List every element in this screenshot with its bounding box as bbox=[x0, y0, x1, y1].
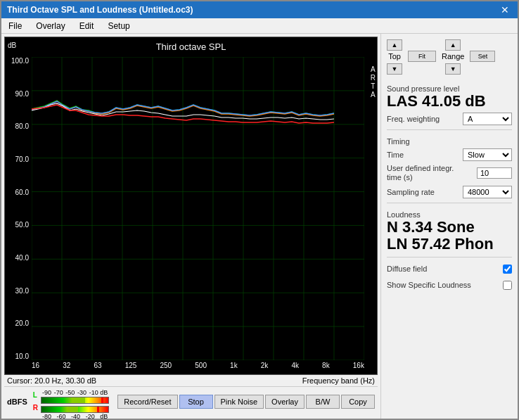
chart-container: Third octave SPL ARTA dB 100.0 90.0 80.0… bbox=[4, 37, 378, 375]
top-label: Top bbox=[388, 52, 401, 61]
loudness-n-value: N 3.34 Sone bbox=[387, 219, 512, 236]
menu-edit[interactable]: Edit bbox=[75, 20, 98, 32]
right-panel: ▲ Top ▼ Fit ▲ Range ▼ Set Sound press bbox=[380, 34, 518, 419]
window-title: Third Octave SPL and Loudness (Untitled.… bbox=[7, 5, 193, 15]
sampling-label: Sampling rate bbox=[387, 188, 435, 196]
meter-scale-top: -90 -70 -50 -30 -10 dB bbox=[41, 389, 109, 396]
loudness-ln-value: LN 57.42 Phon bbox=[387, 236, 512, 253]
diffuse-label: Diffuse field bbox=[387, 265, 427, 273]
x-axis: 16 32 63 125 250 500 1k 2k 4k 8k 16k bbox=[32, 360, 364, 374]
loudness-section: Loudness N 3.34 Sone LN 57.42 Phon bbox=[387, 208, 512, 257]
range-up-button[interactable]: ▲ bbox=[445, 39, 461, 51]
dbfs-row: dBFS L R -90 -70 -50 -30 -10 dB bbox=[4, 386, 378, 416]
time-select[interactable]: Slow Fast Impulse bbox=[463, 148, 512, 161]
action-buttons: Record/Reset Stop Pink Noise Overlay B/W… bbox=[117, 395, 375, 409]
diffuse-field-row: Diffuse field bbox=[387, 265, 512, 274]
dbfs-label: dBFS bbox=[7, 397, 27, 406]
y-label-9: 10.0 bbox=[5, 352, 32, 360]
y-label-4: 60.0 bbox=[5, 189, 32, 196]
overlay-button[interactable]: Overlay bbox=[265, 395, 305, 409]
timing-section-label: Timing bbox=[387, 137, 512, 146]
top-nav-group: ▲ Top ▼ bbox=[387, 39, 402, 75]
range-nav-group: ▲ Range ▼ bbox=[442, 39, 464, 75]
copy-button[interactable]: Copy bbox=[341, 395, 375, 409]
chart-title: Third octave SPL bbox=[5, 42, 377, 52]
y-axis: 100.0 90.0 80.0 70.0 60.0 50.0 40.0 30.0… bbox=[5, 37, 32, 374]
cursor-info: Cursor: 20.0 Hz, 30.30 dB bbox=[7, 376, 96, 385]
meter-bar-l bbox=[41, 397, 109, 404]
y-label-3: 70.0 bbox=[5, 155, 32, 163]
y-label-1: 90.0 bbox=[5, 90, 32, 98]
menu-overlay[interactable]: Overlay bbox=[32, 20, 69, 32]
time-row: Time Slow Fast Impulse bbox=[387, 148, 512, 161]
channel-l-label: L bbox=[33, 391, 38, 399]
chart-svg bbox=[32, 57, 364, 360]
integr-row: User defined integr. time (s) bbox=[387, 164, 512, 182]
set-button[interactable]: Set bbox=[470, 51, 495, 62]
y-label-0: 100.0 bbox=[5, 57, 32, 65]
menu-file[interactable]: File bbox=[4, 20, 26, 32]
freq-weighting-label: Freq. weighting bbox=[387, 115, 440, 123]
integr-label: User defined integr. time (s) bbox=[387, 164, 457, 182]
bw-button[interactable]: B/W bbox=[306, 395, 340, 409]
main-content: Third octave SPL ARTA dB 100.0 90.0 80.0… bbox=[1, 34, 518, 419]
diffuse-checkbox[interactable] bbox=[503, 265, 512, 274]
set-nav-group: Set bbox=[470, 51, 495, 62]
range-label: Range bbox=[442, 52, 464, 61]
spl-section: Sound pressure level LAS 41.05 dB Freq. … bbox=[387, 82, 512, 130]
stop-button[interactable]: Stop bbox=[179, 395, 213, 409]
meter-scale-bot: -80 -60 -40 -20 dB bbox=[41, 413, 109, 419]
chart-info-row: Cursor: 20.0 Hz, 30.30 dB Frequency band… bbox=[4, 375, 378, 386]
close-button[interactable]: ✕ bbox=[498, 4, 512, 15]
nav-controls: ▲ Top ▼ Fit ▲ Range ▼ Set bbox=[387, 39, 512, 75]
freq-band-label: Frequency band (Hz) bbox=[302, 376, 375, 385]
menu-bar: File Overlay Edit Setup bbox=[1, 18, 518, 34]
meter-bar-r bbox=[41, 406, 109, 413]
main-window: Third Octave SPL and Loudness (Untitled.… bbox=[0, 0, 519, 420]
chart-area: Third octave SPL ARTA dB 100.0 90.0 80.0… bbox=[1, 34, 380, 419]
show-specific-checkbox[interactable] bbox=[503, 281, 512, 290]
range-down-button[interactable]: ▼ bbox=[445, 63, 461, 75]
freq-weighting-select[interactable]: A B C Z bbox=[463, 113, 512, 125]
integr-input[interactable] bbox=[477, 167, 512, 179]
y-label-2: 80.0 bbox=[5, 122, 32, 130]
sampling-select[interactable]: 44100 48000 96000 bbox=[463, 186, 512, 198]
channel-r-label: R bbox=[33, 404, 38, 412]
top-down-button[interactable]: ▼ bbox=[387, 63, 402, 75]
y-label-6: 40.0 bbox=[5, 254, 32, 262]
fit-button[interactable]: Fit bbox=[408, 51, 436, 62]
fit-nav-group: Fit bbox=[408, 51, 436, 62]
freq-weighting-row: Freq. weighting A B C Z bbox=[387, 113, 512, 125]
loudness-section-label: Loudness bbox=[387, 210, 512, 219]
menu-setup[interactable]: Setup bbox=[103, 20, 134, 32]
timing-section: Timing Time Slow Fast Impulse User defin… bbox=[387, 134, 512, 203]
time-label: Time bbox=[387, 151, 404, 159]
top-up-button[interactable]: ▲ bbox=[387, 39, 402, 51]
show-specific-row: Show Specific Loudness bbox=[387, 281, 512, 290]
show-specific-label: Show Specific Loudness bbox=[387, 281, 471, 289]
title-bar: Third Octave SPL and Loudness (Untitled.… bbox=[1, 1, 518, 18]
pink-noise-button[interactable]: Pink Noise bbox=[214, 395, 264, 409]
y-label-5: 50.0 bbox=[5, 221, 32, 229]
sampling-row: Sampling rate 44100 48000 96000 bbox=[387, 186, 512, 198]
meter-container: -90 -70 -50 -30 -10 dB bbox=[41, 389, 109, 414]
record-reset-button[interactable]: Record/Reset bbox=[117, 395, 177, 409]
y-label-7: 30.0 bbox=[5, 287, 32, 295]
spl-value: LAS 41.05 dB bbox=[387, 93, 512, 110]
channel-labels: L R bbox=[33, 389, 38, 414]
arta-label: ARTA bbox=[371, 65, 376, 99]
y-label-8: 20.0 bbox=[5, 319, 32, 327]
